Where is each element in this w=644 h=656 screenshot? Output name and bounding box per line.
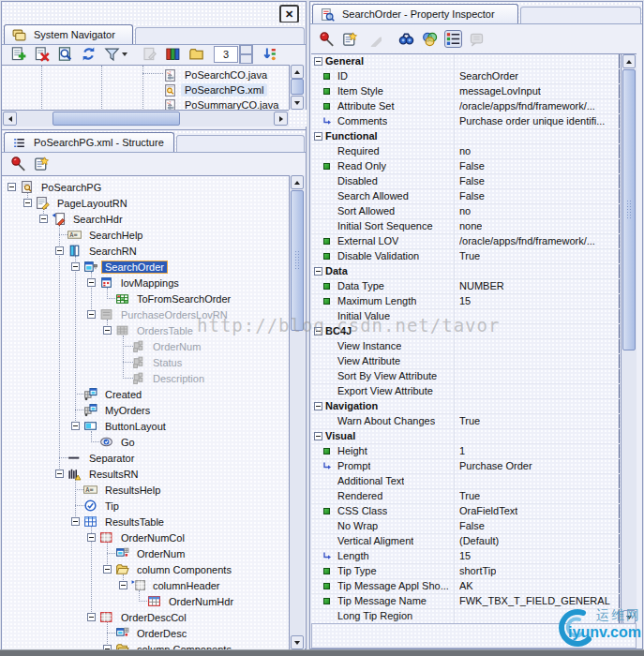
property-row-sort-by-view-attribute[interactable]: Sort By View Attribute <box>311 369 620 384</box>
scroll-down-icon[interactable] <box>291 635 304 649</box>
property-value[interactable]: /oracle/apps/fnd/framework/... <box>459 100 595 112</box>
pin-icon[interactable] <box>10 156 26 171</box>
collapse-toggle-icon[interactable] <box>314 57 322 66</box>
property-row-external-lov[interactable]: External LOV/oracle/apps/fnd/framework/.… <box>311 234 620 249</box>
property-value[interactable]: NUMBER <box>459 280 504 291</box>
property-row-warn-about-changes[interactable]: Warn About ChangesTrue <box>311 414 620 429</box>
tree-node-tip[interactable]: Tip <box>2 498 289 514</box>
spinner-up-icon[interactable] <box>239 45 253 54</box>
scrollbar-thumb[interactable] <box>52 112 180 126</box>
tree-node-orderdesccol[interactable]: OrderDescCol <box>2 609 289 625</box>
section-header-data[interactable]: Data <box>311 264 620 279</box>
tree-node-searchhelp[interactable]: A=SearchHelp <box>2 227 289 243</box>
property-row-attribute-set[interactable]: Attribute Set/oracle/apps/fnd/framework/… <box>311 99 620 114</box>
property-value[interactable]: FWK_TBX_T_FIELD_GENERAL <box>459 595 610 606</box>
property-row-long-tip-region[interactable]: Long Tip Region <box>311 609 620 624</box>
tree-node-ordernum[interactable]: OrderNum <box>2 545 289 561</box>
tree-node-resultstable[interactable]: ResultsTable <box>2 514 289 529</box>
pin-icon[interactable] <box>319 31 335 47</box>
sort-icon[interactable] <box>262 46 278 62</box>
file-item-posearchpg-xml[interactable]: PoSearchPG.xml <box>2 82 289 97</box>
property-value[interactable]: 15 <box>459 550 471 561</box>
collapse-toggle-icon[interactable] <box>314 402 322 410</box>
new-view-icon[interactable] <box>34 156 50 171</box>
property-row-export-view-attribute[interactable]: Export View Attribute <box>311 384 620 399</box>
property-row-view-attribute[interactable]: View Attribute <box>311 354 620 369</box>
property-row-id[interactable]: IDSearchOrder <box>311 69 620 84</box>
tab-system-navigator[interactable]: System Navigator <box>4 24 133 44</box>
property-value[interactable]: no <box>459 205 471 216</box>
property-row-length[interactable]: Length15 <box>311 549 620 564</box>
property-value[interactable]: 15 <box>459 295 471 306</box>
property-row-data-type[interactable]: Data TypeNUMBER <box>311 279 620 294</box>
property-value[interactable]: Purchase order unique identifi... <box>459 115 605 127</box>
tree-node-orderdesc[interactable]: OrderDesc <box>2 625 289 641</box>
library-icon[interactable] <box>165 46 181 62</box>
property-value[interactable]: /oracle/apps/fnd/framework/... <box>459 235 595 246</box>
section-header-bc4j[interactable]: BC4J <box>311 324 620 339</box>
property-row-tip-type[interactable]: Tip TypeshortTip <box>311 564 620 579</box>
binoculars-icon[interactable] <box>398 31 414 47</box>
delete-document-icon[interactable] <box>34 46 50 62</box>
tree-node-buttonlayout[interactable]: ButtonLayout <box>2 418 289 434</box>
scroll-down-icon[interactable] <box>622 610 636 624</box>
tree-node-tofromsearchorder[interactable]: ToFromSearchOrder <box>2 291 289 306</box>
property-row-item-style[interactable]: Item StylemessageLovInput <box>311 84 620 99</box>
categorized-list-icon[interactable] <box>445 31 461 47</box>
property-value[interactable]: True <box>459 250 480 261</box>
spinner-value[interactable]: 3 <box>214 46 238 63</box>
property-row-read-only[interactable]: Read OnlyFalse <box>311 159 620 174</box>
inspector-vertical-scrollbar[interactable] <box>621 54 637 624</box>
tree-node-orderstable[interactable]: OrdersTable <box>2 322 289 338</box>
property-value[interactable]: False <box>459 190 485 201</box>
spinner-down-icon[interactable] <box>239 54 253 64</box>
refresh-icon[interactable] <box>81 46 97 62</box>
property-row-initial-sort-sequence[interactable]: Initial Sort Sequencenone <box>311 219 620 234</box>
tree-node-ordernumhdr[interactable]: OrderNumHdr <box>2 593 289 609</box>
collapse-toggle-icon[interactable] <box>314 327 322 335</box>
property-value[interactable]: True <box>459 415 480 426</box>
property-value[interactable]: False <box>459 160 485 171</box>
tree-node-description[interactable]: Description <box>2 370 289 386</box>
property-row-no-wrap[interactable]: No WrapFalse <box>311 519 620 534</box>
tree-node-ordernumcol[interactable]: OrderNumCol <box>2 529 289 545</box>
property-row-vertical-aligment[interactable]: Vertical Aligment(Default) <box>311 534 620 549</box>
folder-icon[interactable] <box>188 46 204 62</box>
property-row-additional-text[interactable]: Additional Text <box>311 474 620 489</box>
property-row-sort-allowed[interactable]: Sort Allowedno <box>311 204 620 219</box>
property-value[interactable]: False <box>459 175 485 186</box>
property-row-css-class[interactable]: CSS ClassOraFieldText <box>311 504 620 519</box>
scroll-up-icon[interactable] <box>622 54 636 68</box>
structure-vertical-scrollbar[interactable] <box>289 175 305 649</box>
scroll-down-icon[interactable] <box>291 96 304 110</box>
property-value[interactable]: OraFieldText <box>459 505 517 516</box>
tree-node-go[interactable]: Go <box>2 434 289 450</box>
new-view-icon[interactable] <box>342 31 358 47</box>
property-value[interactable]: shortTip <box>459 565 496 576</box>
property-value[interactable]: Purchase Order <box>459 460 532 471</box>
scroll-up-icon[interactable] <box>291 65 304 79</box>
property-value[interactable]: SearchOrder <box>459 70 518 82</box>
tree-node-status[interactable]: Status <box>2 354 289 370</box>
property-row-prompt[interactable]: PromptPurchase Order <box>311 459 620 474</box>
tree-node-separator[interactable]: Separator <box>2 450 289 466</box>
tree-node-myorders[interactable]: MyOrders <box>2 402 289 418</box>
scrollbar-thumb[interactable] <box>622 69 636 350</box>
tree-node-resultshelp[interactable]: A=ResultsHelp <box>2 482 289 498</box>
property-row-height[interactable]: Height1 <box>311 444 620 459</box>
scrollbar-thumb[interactable] <box>291 190 304 331</box>
collapse-toggle-icon[interactable] <box>314 432 322 440</box>
property-value[interactable]: (Default) <box>459 535 499 546</box>
tree-node-searchrn[interactable]: SearchRN <box>2 243 289 259</box>
tree-node-columnheader[interactable]: columnHeader <box>2 577 289 593</box>
tree-node-column-components[interactable]: column Components <box>2 561 289 577</box>
property-row-search-allowed[interactable]: Search AllowedFalse <box>311 189 620 204</box>
scroll-up-icon[interactable] <box>291 175 304 189</box>
property-value[interactable]: messageLovInput <box>459 85 541 97</box>
property-value[interactable]: no <box>459 145 471 157</box>
navigator-vertical-scrollbar[interactable] <box>289 65 305 110</box>
close-icon[interactable]: ✕ <box>279 5 299 23</box>
scroll-left-icon[interactable] <box>3 112 17 126</box>
section-header-visual[interactable]: Visual <box>311 429 620 444</box>
section-header-navigation[interactable]: Navigation <box>311 399 620 414</box>
